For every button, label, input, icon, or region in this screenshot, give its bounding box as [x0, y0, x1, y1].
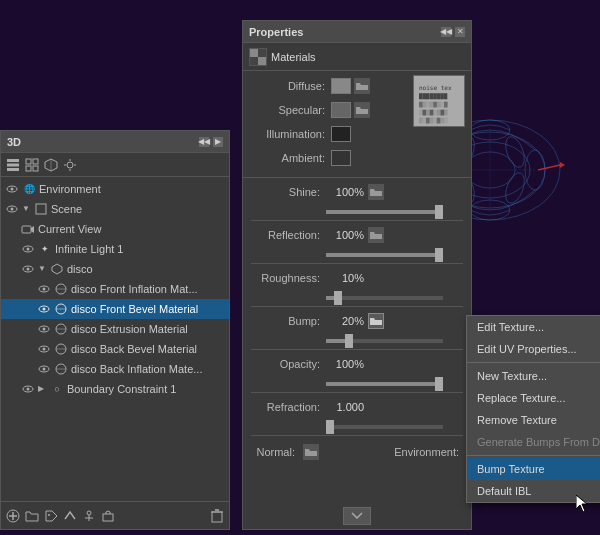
ambient-row: Ambient: [251, 148, 463, 168]
normal-folder-btn[interactable] [303, 444, 319, 460]
material-icon-3 [54, 322, 68, 336]
eye-icon-dfb[interactable] [37, 304, 51, 314]
panel-3d-minimize[interactable]: ◀◀ [199, 137, 209, 147]
ctx-default-ibl[interactable]: Default IBL [467, 480, 600, 502]
cube-icon[interactable] [43, 157, 59, 173]
eye-icon-de[interactable] [37, 324, 51, 334]
svg-point-39 [27, 268, 30, 271]
move-up-button[interactable] [62, 508, 78, 524]
environment-label: Environment [39, 183, 101, 195]
svg-point-30 [11, 188, 14, 191]
delete-button[interactable] [209, 508, 225, 524]
panel-3d-controls: ◀◀ ▶ [199, 137, 223, 147]
eye-icon-dfi[interactable] [37, 284, 51, 294]
ctx-edit-texture[interactable]: Edit Texture... [467, 316, 600, 338]
reflection-folder-btn[interactable] [368, 227, 384, 243]
panel-3d-expand[interactable]: ▶ [213, 137, 223, 147]
opacity-thumb[interactable] [435, 377, 443, 391]
bump-value: 20% [326, 315, 366, 327]
opacity-value: 100% [326, 358, 366, 370]
ambient-swatch[interactable] [331, 150, 351, 166]
materials-tab-icon[interactable] [249, 48, 267, 66]
illumination-swatch[interactable] [331, 126, 351, 142]
light-icon[interactable] [62, 157, 78, 173]
roughness-row: Roughness: 10% [251, 268, 463, 300]
refraction-thumb[interactable] [326, 420, 334, 434]
anchor-button[interactable] [81, 508, 97, 524]
bump-track[interactable] [326, 339, 443, 343]
normal-label: Normal: [251, 446, 301, 458]
roughness-label: Roughness: [251, 272, 326, 284]
opacity-track[interactable] [326, 382, 443, 386]
shine-track[interactable] [326, 210, 443, 214]
environment-area: Environment: [394, 446, 463, 458]
refraction-row: Refraction: 1.000 [251, 397, 463, 429]
tag-button[interactable] [43, 508, 59, 524]
properties-expand-btn[interactable] [343, 507, 371, 525]
expand-bc[interactable]: ▶ [38, 384, 48, 394]
eye-icon-dbi[interactable] [37, 364, 51, 374]
tree-item-disco[interactable]: ▼ disco [1, 259, 229, 279]
properties-close[interactable]: ✕ [455, 27, 465, 37]
layers-icon[interactable] [5, 157, 21, 173]
svg-point-42 [43, 288, 46, 291]
tree-item-current-view[interactable]: Current View [1, 219, 229, 239]
reflection-thumb[interactable] [435, 248, 443, 262]
folder-button[interactable] [24, 508, 40, 524]
disco-back-inflation-label: disco Back Inflation Mate... [71, 363, 202, 375]
specular-folder-btn[interactable] [354, 102, 370, 118]
illumination-label: Illumination: [251, 128, 331, 140]
tree-item-disco-back-bevel[interactable]: disco Back Bevel Material [1, 339, 229, 359]
expand-scene[interactable]: ▼ [22, 204, 32, 214]
tree-item-infinite-light[interactable]: ✦ Infinite Light 1 [1, 239, 229, 259]
tree-item-environment[interactable]: 🌐 Environment [1, 179, 229, 199]
shine-folder-btn[interactable] [368, 184, 384, 200]
svg-rect-76 [258, 49, 266, 57]
tree-item-boundary-constraint[interactable]: ▶ ○ Boundary Constraint 1 [1, 379, 229, 399]
diffuse-folder-btn[interactable] [354, 78, 370, 94]
svg-rect-72 [212, 512, 222, 522]
eye-icon-disco[interactable] [21, 264, 35, 274]
ctx-new-texture[interactable]: New Texture... [467, 365, 600, 387]
ctx-remove-texture[interactable]: Remove Texture [467, 409, 600, 431]
grid-icon[interactable] [24, 157, 40, 173]
eye-icon-scene[interactable] [5, 204, 19, 214]
tree-item-disco-back-inflation[interactable]: disco Back Inflation Mate... [1, 359, 229, 379]
ambient-label: Ambient: [251, 152, 331, 164]
ctx-generate-bumps[interactable]: Generate Bumps From D... [467, 431, 600, 453]
tree-item-scene[interactable]: ▼ Scene [1, 199, 229, 219]
properties-minimize[interactable]: ◀◀ [441, 27, 451, 37]
eye-icon-dbb[interactable] [37, 344, 51, 354]
tree-item-disco-front-bevel[interactable]: disco Front Bevel Material [1, 299, 229, 319]
expand-disco[interactable]: ▼ [38, 264, 48, 274]
add-object-button[interactable] [5, 508, 21, 524]
ctx-replace-texture[interactable]: Replace Texture... [467, 387, 600, 409]
svg-marker-40 [52, 264, 62, 274]
anchor2-button[interactable] [100, 508, 116, 524]
ctx-bump-texture[interactable]: Bump Texture [467, 458, 600, 480]
shine-thumb[interactable] [435, 205, 443, 219]
roughness-track[interactable] [326, 296, 443, 300]
roughness-thumb[interactable] [334, 291, 342, 305]
materials-tab-label: Materials [271, 51, 316, 63]
refraction-value: 1.000 [326, 401, 366, 413]
eye-icon-light[interactable] [21, 244, 35, 254]
opacity-row: Opacity: 100% [251, 354, 463, 386]
diffuse-swatch[interactable] [331, 78, 351, 94]
svg-rect-20 [33, 159, 38, 164]
specular-swatch[interactable] [331, 102, 351, 118]
properties-title: Properties [249, 26, 303, 38]
material-icon-1 [54, 282, 68, 296]
tree-item-disco-front-inflation[interactable]: disco Front Inflation Mat... [1, 279, 229, 299]
bump-thumb[interactable] [345, 334, 353, 348]
reflection-track[interactable] [326, 253, 443, 257]
svg-rect-22 [33, 166, 38, 171]
disco-label: disco [67, 263, 93, 275]
eye-icon-bc[interactable] [21, 384, 35, 394]
tree-item-disco-extrusion[interactable]: disco Extrusion Material [1, 319, 229, 339]
eye-icon-environment[interactable] [5, 184, 19, 194]
ctx-edit-uv[interactable]: Edit UV Properties... [467, 338, 600, 360]
refraction-track[interactable] [326, 425, 443, 429]
bump-folder-btn[interactable] [368, 313, 384, 329]
svg-point-10 [502, 134, 528, 170]
